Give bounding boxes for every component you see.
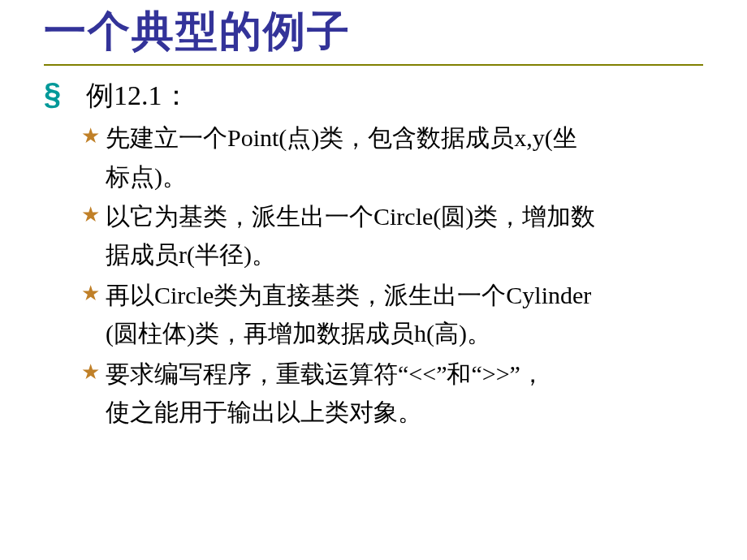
title-wrap: 一个典型的例子 (0, 0, 747, 59)
list-item: ★ 再以Circle类为直接基类，派生出一个Cylinder (圆柱体)类，再增… (81, 276, 703, 353)
list-item: ★ 先建立一个Point(点)类，包含数据成员x,y(坐 标点)。 (81, 118, 703, 196)
star-icon: ★ (81, 355, 106, 390)
text-line: 要求编写程序，重载运算符“<<”和“>>”， (106, 355, 703, 393)
text-line: 先建立一个Point(点)类，包含数据成员x,y(坐 (106, 118, 703, 157)
text-line: 据成员r(半径)。 (106, 235, 703, 274)
slide: 一个典型的例子 § 例12.1： ★ 先建立一个Point(点)类，包含数据成员… (0, 0, 747, 560)
text-line: (圆柱体)类，再增加数据成员h(高)。 (106, 314, 703, 352)
list-item: ★ 要求编写程序，重载运算符“<<”和“>>”， 使之能用于输出以上类对象。 (81, 355, 703, 432)
text-line: 使之能用于输出以上类对象。 (106, 393, 703, 431)
bullet-list: ★ 先建立一个Point(点)类，包含数据成员x,y(坐 标点)。 ★ 以它为基… (81, 118, 703, 431)
text-line: 以它为基类，派生出一个Circle(圆)类，增加数 (106, 197, 703, 235)
slide-title: 一个典型的例子 (44, 5, 747, 59)
list-item-text: 以它为基类，派生出一个Circle(圆)类，增加数 据成员r(半径)。 (106, 197, 703, 274)
list-item-text: 再以Circle类为直接基类，派生出一个Cylinder (圆柱体)类，再增加数… (106, 276, 703, 353)
slide-body: § 例12.1： ★ 先建立一个Point(点)类，包含数据成员x,y(坐 标点… (0, 66, 747, 432)
star-icon: ★ (81, 197, 106, 233)
text-line: 再以Circle类为直接基类，派生出一个Cylinder (106, 276, 703, 314)
text-line: 标点)。 (106, 157, 703, 196)
list-item-text: 要求编写程序，重载运算符“<<”和“>>”， 使之能用于输出以上类对象。 (106, 355, 703, 432)
example-label: 例12.1： (86, 74, 190, 118)
section-marker-icon: § (44, 79, 81, 110)
example-heading: § 例12.1： (44, 74, 703, 118)
star-icon: ★ (81, 276, 106, 312)
list-item: ★ 以它为基类，派生出一个Circle(圆)类，增加数 据成员r(半径)。 (81, 197, 703, 274)
star-icon: ★ (81, 118, 106, 154)
list-item-text: 先建立一个Point(点)类，包含数据成员x,y(坐 标点)。 (106, 118, 703, 196)
